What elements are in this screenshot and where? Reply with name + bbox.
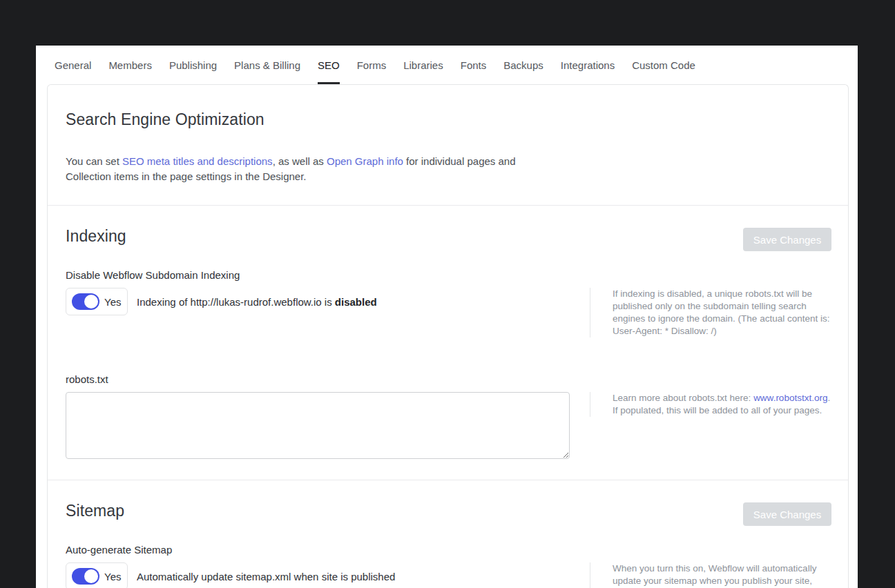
robots-helper-text: Learn more about robots.txt here: www.ro… (590, 392, 831, 417)
sitemap-save-changes-button[interactable]: Save Changes (743, 502, 831, 526)
settings-tab-bar: General Members Publishing Plans & Billi… (36, 46, 858, 84)
tab-backups[interactable]: Backups (503, 46, 543, 84)
sitemap-title: Sitemap (66, 501, 124, 520)
robots-field-row: Learn more about robots.txt here: www.ro… (66, 392, 831, 459)
robots-helper-part1: Learn more about robots.txt here: (613, 393, 753, 403)
indexing-helper-text: If indexing is disabled, a unique robots… (590, 288, 831, 337)
indexing-title: Indexing (66, 226, 126, 246)
toggle-value-label: Yes (104, 296, 121, 308)
sitemap-field-row: Yes Automatically update sitemap.xml whe… (66, 562, 831, 588)
toggle-value-label: Yes (104, 571, 121, 582)
intro-description: You can set SEO meta titles and descript… (66, 154, 535, 184)
tab-libraries[interactable]: Libraries (403, 46, 443, 84)
seo-meta-titles-link[interactable]: SEO meta titles and descriptions (122, 155, 273, 167)
sitemap-status-text: Automatically update sitemap.xml when si… (137, 571, 395, 582)
tab-custom-code[interactable]: Custom Code (632, 46, 695, 84)
toggle-on-icon (72, 568, 99, 585)
tab-forms[interactable]: Forms (357, 46, 387, 84)
tab-fonts[interactable]: Fonts (461, 46, 487, 84)
tab-seo[interactable]: SEO (318, 46, 340, 84)
site-settings-card: General Members Publishing Plans & Billi… (36, 46, 858, 588)
seo-settings-panel: Search Engine Optimization You can set S… (47, 84, 849, 588)
indexing-status-disabled: disabled (335, 296, 377, 308)
section-sitemap: Sitemap Save Changes Auto-generate Sitem… (48, 480, 848, 588)
toggle-on-icon (72, 293, 99, 310)
disable-indexing-toggle[interactable]: Yes (66, 288, 128, 315)
disable-subdomain-indexing-label: Disable Webflow Subdomain Indexing (66, 270, 831, 281)
sitemap-helper-text: When you turn this on, Webflow will auto… (590, 562, 831, 588)
section-seo-intro: Search Engine Optimization You can set S… (48, 85, 848, 206)
robots-txt-label: robots.txt (66, 374, 831, 385)
open-graph-info-link[interactable]: Open Graph info (327, 155, 403, 167)
auto-generate-sitemap-label: Auto-generate Sitemap (66, 545, 831, 556)
section-indexing: Indexing Save Changes Disable Webflow Su… (48, 206, 848, 480)
tab-general[interactable]: General (55, 46, 91, 84)
indexing-field-row: Yes Indexing of http://lukas-rudrof.webf… (66, 288, 831, 337)
sitemap-control-area: Yes Automatically update sitemap.xml whe… (66, 562, 570, 588)
page-title: Search Engine Optimization (66, 110, 831, 129)
tab-members[interactable]: Members (108, 46, 152, 84)
indexing-save-changes-button[interactable]: Save Changes (743, 228, 831, 251)
intro-text-part1: You can set (66, 155, 122, 167)
indexing-control-area: Yes Indexing of http://lukas-rudrof.webf… (66, 288, 570, 315)
robots-txt-input[interactable] (66, 392, 570, 459)
indexing-header-row: Indexing Save Changes (66, 226, 831, 251)
intro-text-part2: , as well as (273, 155, 327, 167)
indexing-status-prefix: Indexing of http://lukas-rudrof.webflow.… (137, 296, 335, 308)
auto-generate-sitemap-toggle[interactable]: Yes (66, 562, 128, 588)
tab-plans-billing[interactable]: Plans & Billing (234, 46, 300, 84)
sitemap-header-row: Sitemap Save Changes (66, 501, 831, 526)
robotstxt-org-link[interactable]: www.robotstxt.org (753, 393, 827, 403)
indexing-status-text: Indexing of http://lukas-rudrof.webflow.… (137, 296, 377, 308)
tab-integrations[interactable]: Integrations (561, 46, 615, 84)
robots-control-area (66, 392, 570, 459)
tab-publishing[interactable]: Publishing (169, 46, 217, 84)
